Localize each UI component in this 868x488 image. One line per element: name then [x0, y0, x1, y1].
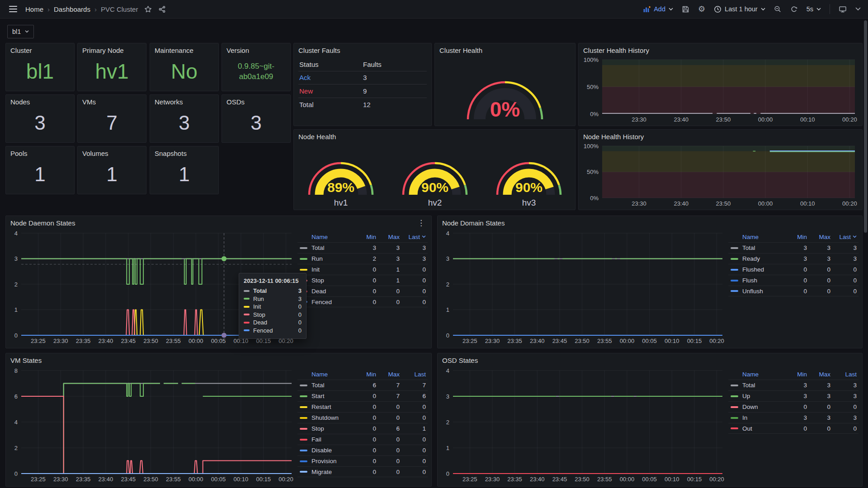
- menu-toggle-icon[interactable]: [7, 4, 19, 14]
- svg-text:2: 2: [446, 419, 449, 426]
- tooltip-value: 0: [298, 311, 302, 318]
- legend-series-start[interactable]: Start: [297, 393, 354, 399]
- legend-series-total[interactable]: Total: [728, 382, 785, 389]
- save-dashboard-icon[interactable]: [682, 5, 689, 13]
- panel-title[interactable]: Maintenance: [150, 43, 218, 55]
- legend-series-stop[interactable]: Stop: [297, 425, 354, 432]
- panel-title[interactable]: Node Health History: [579, 130, 862, 141]
- column-header-last[interactable]: Last: [832, 234, 859, 240]
- column-header-name[interactable]: Name: [297, 371, 354, 378]
- osd-states-chart[interactable]: 0123423:2523:3023:3523:4023:4523:5023:55…: [440, 366, 727, 483]
- refresh-interval-picker[interactable]: 5s: [807, 5, 821, 13]
- panel-title[interactable]: Node Domain States: [438, 216, 862, 228]
- panel-node-daemon-states: Node Daemon States ⋮ 0123423:2523:3023:3…: [5, 216, 432, 348]
- column-header-name[interactable]: Name: [728, 371, 785, 378]
- column-header-min[interactable]: Min: [354, 234, 378, 240]
- legend-series-run[interactable]: Run: [297, 255, 354, 262]
- zoom-out-time-icon[interactable]: [774, 5, 782, 13]
- panel-title[interactable]: Cluster: [6, 43, 74, 55]
- tv-mode-icon[interactable]: [839, 5, 847, 13]
- favorite-star-icon[interactable]: [144, 5, 152, 13]
- breadcrumb-home[interactable]: Home: [25, 5, 43, 13]
- svg-text:0: 0: [446, 470, 449, 477]
- vm-states-chart[interactable]: 0246823:2523:3023:3523:4023:4523:5023:55…: [9, 366, 296, 483]
- svg-text:00:10: 00:10: [665, 338, 679, 344]
- legend-series-flush[interactable]: Flush: [728, 277, 785, 284]
- template-variable-cluster-select[interactable]: bl1: [7, 25, 34, 38]
- panel-title[interactable]: VM States: [6, 353, 431, 365]
- column-header-last[interactable]: Last: [832, 371, 859, 378]
- legend-series-in[interactable]: In: [728, 414, 785, 421]
- legend-value-last: 3: [832, 244, 859, 251]
- panel-title[interactable]: Nodes: [6, 95, 74, 107]
- column-header-max[interactable]: Max: [809, 371, 832, 378]
- panel-title[interactable]: Node Health: [294, 130, 575, 141]
- cluster-health-history-chart[interactable]: 0%50%100%23:3023:4023:5000:0000:1000:20: [581, 55, 859, 124]
- panel-title[interactable]: Snapshots: [150, 146, 218, 158]
- legend-series-fail[interactable]: Fail: [297, 436, 354, 443]
- svg-text:3: 3: [14, 255, 18, 262]
- column-header-name[interactable]: Name: [297, 234, 354, 240]
- panel-title[interactable]: Volumes: [78, 146, 146, 158]
- time-range-picker[interactable]: Last 1 hour: [714, 5, 765, 13]
- legend-series-shutdown[interactable]: Shutdown: [297, 414, 354, 421]
- legend-value-last: 0: [401, 288, 428, 295]
- legend-series-init[interactable]: Init: [297, 266, 354, 273]
- panel-title[interactable]: Cluster Health: [435, 43, 575, 55]
- legend-series-migrate[interactable]: Migrate: [297, 469, 354, 475]
- panel-title[interactable]: VMs: [78, 95, 146, 107]
- panel-title[interactable]: Pools: [6, 146, 74, 158]
- legend-series-out[interactable]: Out: [728, 425, 785, 432]
- faults-table-header: StatusFaults: [298, 58, 427, 71]
- refresh-icon[interactable]: [790, 5, 798, 13]
- legend-series-total[interactable]: Total: [297, 244, 354, 251]
- legend-series-up[interactable]: Up: [728, 393, 785, 399]
- legend-series-provision[interactable]: Provision: [297, 458, 354, 465]
- svg-text:23:35: 23:35: [507, 338, 522, 344]
- legend-series-unflush[interactable]: Unflush: [728, 288, 785, 295]
- panel-title[interactable]: Primary Node: [78, 43, 146, 55]
- node-domain-states-chart[interactable]: 0123423:2523:3023:3523:4023:4523:5023:55…: [440, 229, 727, 345]
- series-color-dash: [300, 417, 307, 419]
- legend-series-total[interactable]: Total: [297, 382, 354, 389]
- panel-menu-kebab-icon[interactable]: ⋮: [415, 218, 427, 228]
- panel-title[interactable]: Cluster Faults: [294, 43, 431, 55]
- legend-value-last: 3: [832, 393, 859, 399]
- breadcrumb: Home › Dashboards › PVC Cluster: [25, 5, 138, 13]
- column-header-last[interactable]: Last: [401, 234, 428, 240]
- add-panel-button[interactable]: Add: [643, 5, 673, 13]
- column-header-max[interactable]: Max: [378, 234, 401, 240]
- legend-series-total[interactable]: Total: [728, 244, 785, 251]
- column-header-last[interactable]: Last: [401, 371, 428, 378]
- column-header-min[interactable]: Min: [785, 234, 809, 240]
- svg-text:23:30: 23:30: [632, 116, 646, 123]
- column-header-max[interactable]: Max: [809, 234, 832, 240]
- panel-title[interactable]: OSD States: [438, 353, 862, 365]
- column-header-min[interactable]: Min: [354, 371, 378, 378]
- panel-title[interactable]: Node Daemon States: [6, 216, 431, 228]
- panel-title[interactable]: OSDs: [222, 95, 290, 107]
- legend-series-ready[interactable]: Ready: [728, 255, 785, 262]
- legend-value-last: 0: [832, 425, 859, 432]
- legend-series-flushed[interactable]: Flushed: [728, 266, 785, 273]
- stat-panel-osds: OSDs3: [222, 94, 291, 143]
- legend-value-max: 0: [378, 447, 401, 454]
- dashboard-settings-gear-icon[interactable]: ⚙: [698, 5, 705, 13]
- panel-title[interactable]: Networks: [150, 95, 218, 107]
- node-health-history-chart[interactable]: 0%50%100%23:3023:4023:5000:0000:1000:20: [581, 141, 859, 208]
- legend-value-max: 1: [378, 266, 401, 273]
- legend-series-restart[interactable]: Restart: [297, 404, 354, 410]
- breadcrumb-dashboards[interactable]: Dashboards: [54, 5, 90, 13]
- legend-series-down[interactable]: Down: [728, 404, 785, 410]
- stat-panel-maintenance: MaintenanceNo: [150, 43, 219, 91]
- column-header-name[interactable]: Name: [728, 234, 785, 240]
- page-scrollbar-thumb[interactable]: [864, 20, 867, 233]
- legend-series-disable[interactable]: Disable: [297, 447, 354, 454]
- nav-more-chevron-icon[interactable]: [855, 7, 861, 11]
- panel-title[interactable]: Version: [222, 43, 290, 55]
- column-header-max[interactable]: Max: [378, 371, 401, 378]
- share-icon[interactable]: [158, 5, 166, 13]
- panel-title[interactable]: Cluster Health History: [579, 43, 862, 55]
- panel-node-health-history: Node Health History 0%50%100%23:3023:402…: [578, 129, 863, 210]
- column-header-min[interactable]: Min: [785, 371, 809, 378]
